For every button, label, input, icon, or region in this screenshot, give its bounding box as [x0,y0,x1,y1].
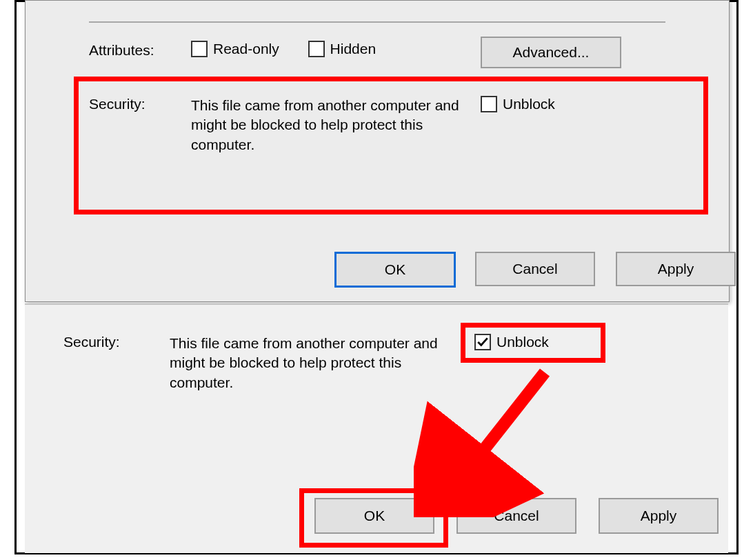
dialog-button-row: OK Cancel Apply [25,498,728,532]
dialog-button-row: OK Cancel Apply [26,252,729,283]
checkbox-icon [481,96,497,112]
security-description: This file came from another computer and… [191,96,463,154]
attributes-checkboxes: Read-only Hidden [191,41,401,61]
properties-dialog-upper: Attributes: Read-only Hidden Advanced...… [25,0,730,302]
ok-button[interactable]: OK [334,252,456,288]
readonly-checkbox[interactable]: Read-only [191,41,279,57]
advanced-button[interactable]: Advanced... [481,37,621,68]
cancel-button-label: Cancel [494,508,539,524]
security-section: Security: This file came from another co… [25,334,728,451]
apply-button-label: Apply [658,261,694,277]
unblock-checkbox[interactable]: Unblock [466,330,557,354]
cancel-button[interactable]: Cancel [475,252,595,286]
checkbox-icon [308,41,325,57]
hidden-checkbox[interactable]: Hidden [308,41,376,57]
ok-button-label: OK [364,508,385,524]
properties-dialog-lower: Security: This file came from another co… [25,303,728,553]
unblock-label: Unblock [496,334,549,350]
cancel-button[interactable]: Cancel [456,498,576,534]
ok-button[interactable]: OK [314,498,434,534]
apply-button[interactable]: Apply [599,498,719,534]
cancel-button-label: Cancel [512,261,557,277]
hidden-label: Hidden [330,41,376,57]
apply-button-label: Apply [641,508,677,524]
checkbox-icon [191,41,208,57]
attributes-label: Attributes: [89,42,185,59]
security-description: This file came from another computer and… [170,334,442,392]
unblock-label: Unblock [503,96,555,112]
apply-button[interactable]: Apply [616,252,736,286]
security-section: Security: This file came from another co… [26,96,729,206]
readonly-label: Read-only [213,41,279,57]
checkbox-icon [474,334,491,350]
advanced-button-label: Advanced... [513,44,590,61]
unblock-checkbox[interactable]: Unblock [481,96,555,112]
security-label: Security: [63,334,120,350]
ok-button-label: OK [385,261,405,278]
security-label: Security: [89,96,145,112]
section-divider [89,21,665,23]
